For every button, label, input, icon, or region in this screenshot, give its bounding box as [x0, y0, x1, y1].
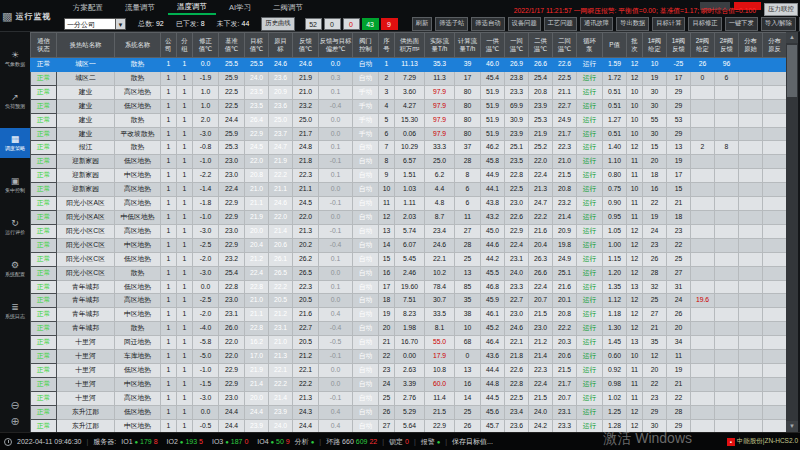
- column-header[interactable]: 一回 温℃: [505, 33, 529, 58]
- column-header[interactable]: 原目 标: [269, 33, 293, 58]
- table-row[interactable]: 正常东升江郡低区地热110.024.424.423.924.30.4自动265.…: [31, 405, 787, 419]
- column-header[interactable]: 供热面 积万m²: [395, 33, 425, 58]
- toolbar-button-导出数据[interactable]: 导出数据: [616, 17, 649, 31]
- column-header[interactable]: 一供 温℃: [481, 33, 505, 58]
- column-header[interactable]: 循环 泵: [577, 33, 603, 58]
- column-header[interactable]: 反馈与目标 偏差℃: [319, 33, 353, 58]
- table-row[interactable]: 正常阳光小区C区高区地热11-3.023.020.021.421.3-0.1自动…: [31, 224, 787, 238]
- column-header[interactable]: 系统名称: [115, 33, 161, 58]
- cell: 20.8: [553, 183, 577, 197]
- column-header[interactable]: 2#阀 给定: [691, 33, 715, 58]
- table-row[interactable]: 正常阳光小区C区低区地热11-2.023.221.226.126.20.1自动1…: [31, 252, 787, 266]
- table-row[interactable]: 正常城区二散热11-1.925.924.023.621.90.3自动27.291…: [31, 71, 787, 85]
- table-row[interactable]: 正常建业低区地热111.022.523.523.623.2-0.4手动44.27…: [31, 99, 787, 113]
- sidebar-item-集中控制[interactable]: ▣集中控制: [0, 170, 30, 200]
- toolbar-buttons: 刷新筛选子站筛选自动设备问题工艺问题通讯故障导出数据目标计算目标修正一键下发导入…: [412, 17, 800, 31]
- column-header[interactable]: 基准 值℃: [219, 33, 245, 58]
- table-row[interactable]: 正常迎新家园中区地热11-2.223.020.822.222.30.1自动91.…: [31, 169, 787, 183]
- cell: 1.25: [603, 405, 627, 419]
- cell: 20.7: [553, 391, 577, 405]
- column-header[interactable]: 修正 值℃: [193, 33, 219, 58]
- column-header[interactable]: 换热站名称: [57, 33, 115, 58]
- toolbar-button-筛选子站[interactable]: 筛选子站: [435, 17, 468, 31]
- column-header[interactable]: 阀门 控制: [353, 33, 379, 58]
- toolbar-button-刷新[interactable]: 刷新: [412, 17, 433, 31]
- cell: 0.95: [603, 210, 627, 224]
- table-row[interactable]: 正常阳光小区A区中低区地热11-1.022.921.922.022.00.0自动…: [31, 210, 787, 224]
- sidebar-item-系统配置[interactable]: ⚙系统配置: [0, 254, 30, 284]
- cell: [739, 336, 763, 350]
- column-header[interactable]: 目标 值℃: [245, 33, 269, 58]
- scroll-down-icon[interactable]: ▼: [786, 421, 798, 432]
- sidebar-item-系统日志[interactable]: ≣系统日志: [0, 296, 30, 326]
- weather-icon: ☀: [11, 51, 19, 60]
- sidebar-item-气象数据[interactable]: ☀气象数据: [0, 44, 30, 74]
- column-header[interactable]: 序 号: [379, 33, 395, 58]
- toolbar-button-导入/解除[interactable]: 导入/解除: [761, 17, 796, 31]
- column-header[interactable]: 通信 状态: [31, 33, 57, 58]
- company-select-value[interactable]: 一分公司: [64, 18, 116, 30]
- column-header[interactable]: 实际流 量T/h: [425, 33, 455, 58]
- column-header[interactable]: 批 次: [627, 33, 643, 58]
- toolbar-button-目标修正[interactable]: 目标修正: [688, 17, 721, 31]
- toolbar-button-一键下发[interactable]: 一键下发: [725, 17, 758, 31]
- sidebar-item-负荷预测[interactable]: ↗负荷预测: [0, 86, 30, 116]
- column-header[interactable]: 1#阀 反馈: [667, 33, 691, 58]
- toolbar-button-目标计算[interactable]: 目标计算: [652, 17, 685, 31]
- column-header[interactable]: 计算流 量T/h: [455, 33, 481, 58]
- table-row[interactable]: 正常十里河回迁地热11-5.822.016.221.020.5-0.5自动211…: [31, 336, 787, 350]
- table-row[interactable]: 正常青年城邦散热11-4.026.022.823.122.7-0.4自动201.…: [31, 322, 787, 336]
- table-row[interactable]: 正常建业高区地热111.022.523.520.921.00.1手动33.609…: [31, 85, 787, 99]
- column-header[interactable]: P值: [603, 33, 627, 58]
- chevron-down-icon[interactable]: ▼: [116, 18, 126, 30]
- column-header[interactable]: 反馈 值℃: [293, 33, 319, 58]
- sidebar-item-运行评价[interactable]: ↻运行评价: [0, 212, 30, 242]
- column-header[interactable]: 分 组: [177, 33, 193, 58]
- table-row[interactable]: 正常建业平改坡散热11-3.025.922.923.721.70.0手动60.0…: [31, 127, 787, 141]
- table-row[interactable]: 正常青年城邦低区地热110.022.822.822.222.30.1自动1719…: [31, 280, 787, 294]
- table-row[interactable]: 正常报江散热11-0.825.324.524.724.80.1自动710.293…: [31, 141, 787, 155]
- column-header[interactable]: 分布 原始: [739, 33, 763, 58]
- table-row[interactable]: 正常迎新家园高区地热11-1.422.421.021.121.10.0自动101…: [31, 183, 787, 197]
- column-header[interactable]: 1#阀 给定: [643, 33, 667, 58]
- tab-温度调节[interactable]: 温度调节: [168, 0, 216, 15]
- toolbar-button-设备问题[interactable]: 设备问题: [508, 17, 541, 31]
- table-row[interactable]: 正常阳光小区C区散热11-3.025.422.426.526.50.0自动162…: [31, 266, 787, 280]
- column-header[interactable]: 二供 温℃: [529, 33, 553, 58]
- table-row[interactable]: 正常迎新家园低区地热11-1.023.022.021.921.8-0.1自动86…: [31, 155, 787, 169]
- sidebar-item-调度策略[interactable]: ▦调度策略: [0, 128, 30, 158]
- tab-流量调节[interactable]: 流量调节: [116, 1, 164, 14]
- minus-circle-icon[interactable]: ⊖: [10, 399, 19, 412]
- tab-AI学习[interactable]: AI学习: [220, 1, 260, 14]
- toolbar-button-工艺问题[interactable]: 工艺问题: [544, 17, 577, 31]
- table-row[interactable]: 正常十里河低区地热11-1.022.921.922.122.10.0自动232.…: [31, 363, 787, 377]
- column-header[interactable]: 2#阀 反馈: [715, 33, 739, 58]
- cell: 21.5: [425, 405, 455, 419]
- table-row[interactable]: 正常阳光小区C区中区地热11-2.522.920.420.620.2-0.4自动…: [31, 238, 787, 252]
- counter-box: 43: [362, 18, 379, 30]
- globe-icon[interactable]: ⊕: [10, 415, 19, 428]
- company-select[interactable]: 一分公司 ▼: [64, 18, 126, 30]
- cell: -0.5: [319, 336, 353, 350]
- toolbar-button-通讯故障[interactable]: 通讯故障: [580, 17, 613, 31]
- cell: 1.0: [193, 85, 219, 99]
- table-row[interactable]: 正常建业散热112.024.426.425.025.00.0手动515.3097…: [31, 113, 787, 127]
- table-row[interactable]: 正常青年城邦高区地热11-2.523.021.020.520.50.0自动187…: [31, 294, 787, 308]
- vertical-scrollbar[interactable]: ▲ ▼: [786, 32, 798, 432]
- table-row[interactable]: 正常阳光小区A区高区地热11-1.822.921.124.624.5-0.1自动…: [31, 197, 787, 211]
- table-row[interactable]: 正常十里河高区地热11-3.023.020.021.421.3-0.1自动252…: [31, 391, 787, 405]
- table-row[interactable]: 正常城区一散热110.025.525.524.624.60.0自动111.133…: [31, 58, 787, 72]
- table-row[interactable]: 正常十里河车库地热11-5.022.017.021.321.2-0.1自动220…: [31, 350, 787, 364]
- column-header[interactable]: 分布 原反: [763, 33, 787, 58]
- table-row[interactable]: 正常十里河中区地热11-1.522.921.422.222.20.0自动243.…: [31, 377, 787, 391]
- column-header[interactable]: 二回 温℃: [553, 33, 577, 58]
- tab-二阀调节[interactable]: 二阀调节: [264, 1, 312, 14]
- toolbar-button-筛选自动[interactable]: 筛选自动: [471, 17, 504, 31]
- column-header[interactable]: 公 司: [161, 33, 177, 58]
- history-curve-button[interactable]: 历史曲线: [261, 17, 294, 31]
- scroll-up-icon[interactable]: ▲: [786, 32, 798, 43]
- scrollbar-thumb[interactable]: [787, 45, 797, 97]
- tab-方案配置[interactable]: 方案配置: [64, 1, 112, 14]
- table-row[interactable]: 正常青年城邦中区地热11-2.023.121.121.221.60.4自动198…: [31, 308, 787, 322]
- cell: 22.4: [529, 280, 553, 294]
